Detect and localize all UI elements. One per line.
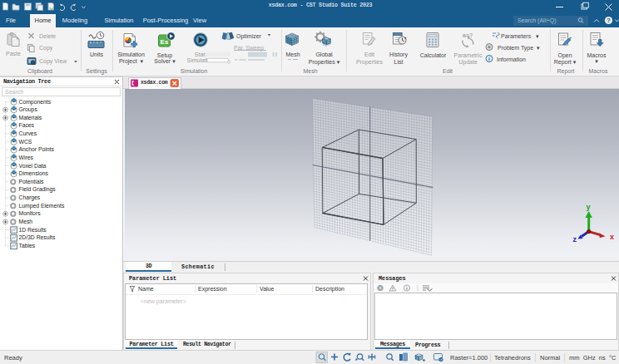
svg-text:?: ? — [607, 17, 611, 24]
svg-text:y: y — [587, 203, 591, 211]
svg-text:x: x — [610, 233, 614, 241]
svg-text:Es: Es — [161, 38, 169, 46]
svg-text:z: z — [573, 235, 577, 243]
